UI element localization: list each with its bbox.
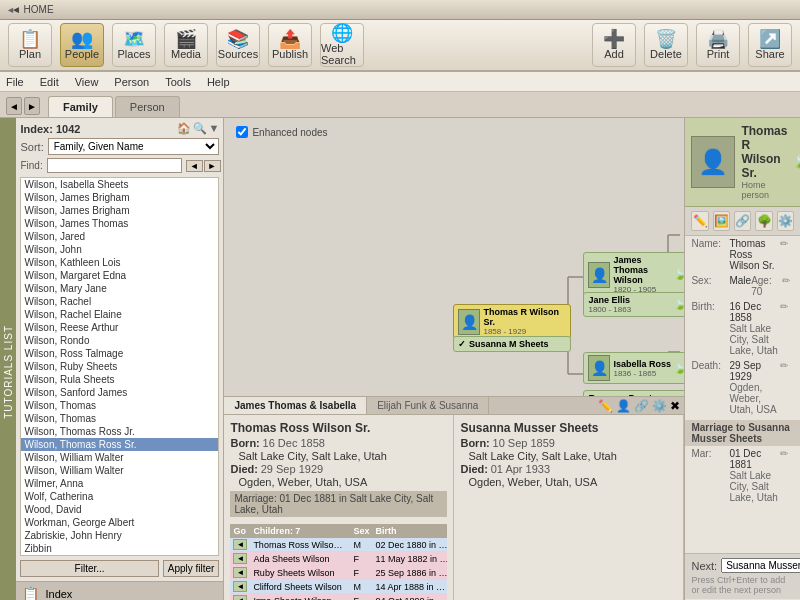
list-item[interactable]: Wilson, Ross Talmage <box>21 347 218 360</box>
go-cell[interactable]: ◄ <box>230 552 250 566</box>
index-nav-item[interactable]: 📋 Index <box>16 582 223 600</box>
add-button[interactable]: ➕ Add <box>592 23 636 67</box>
go-button[interactable]: ◄ <box>233 567 247 578</box>
tab-next-arrow[interactable]: ► <box>24 97 40 115</box>
photo-action-icon[interactable]: 🖼️ <box>713 211 730 231</box>
filter-button[interactable]: Filter... <box>20 560 158 577</box>
list-item[interactable]: Wilson, John <box>21 243 218 256</box>
info-merge-icon[interactable]: 🔗 <box>634 399 649 413</box>
death-edit-icon[interactable]: ✏ <box>780 360 794 371</box>
list-item[interactable]: Wilson, Mary Jane <box>21 282 218 295</box>
person-box-jane-ellis[interactable]: Jane Ellis 1800 - 1863 🍃 <box>583 292 684 317</box>
person-box-james-thomas[interactable]: 👤 James Thomas Wilson 1820 - 1905 🍃 <box>583 252 684 297</box>
name-field-label: Name: <box>691 238 729 249</box>
edit-action-icon[interactable]: ✏️ <box>691 211 708 231</box>
list-item[interactable]: Wilson, Rondo <box>21 334 218 347</box>
share-button[interactable]: ↗️ Share <box>748 23 792 67</box>
mar-edit-icon[interactable]: ✏ <box>780 448 794 459</box>
info-person1-icon[interactable]: 👤 <box>616 399 631 413</box>
list-item[interactable]: Wilson, Thomas <box>21 412 218 425</box>
list-item[interactable]: Wilson, James Brigham <box>21 204 218 217</box>
list-item[interactable]: Wilson, Thomas Ross Jr. <box>21 425 218 438</box>
delete-button[interactable]: 🗑️ Delete <box>644 23 688 67</box>
person-box-susanna[interactable]: ✓ Susanna M Sheets <box>453 336 571 352</box>
info-edit-icon[interactable]: ✏️ <box>598 399 613 413</box>
birth-edit-icon[interactable]: ✏ <box>780 301 794 312</box>
go-cell[interactable]: ◄ <box>230 538 250 552</box>
media-button[interactable]: 🎬 Media <box>164 23 208 67</box>
menu-help[interactable]: Help <box>207 76 230 88</box>
find-next[interactable]: ► <box>204 160 221 172</box>
find-prev[interactable]: ◄ <box>186 160 203 172</box>
list-item[interactable]: Zibbin <box>21 542 218 555</box>
people-button[interactable]: 👥 People <box>60 23 104 67</box>
index-search-icon[interactable]: 🔍 <box>193 122 207 135</box>
info-close-icon[interactable]: ✖ <box>670 399 680 413</box>
table-row: ◄ Ada Sheets Wilson F 11 May 1882 in Sal… <box>230 552 447 566</box>
list-item[interactable]: Wilson, James Thomas <box>21 217 218 230</box>
list-item[interactable]: Wilson, James Brigham <box>21 191 218 204</box>
apply-filter-button[interactable]: Apply filter <box>163 560 220 577</box>
menu-tools[interactable]: Tools <box>165 76 191 88</box>
go-cell[interactable]: ◄ <box>230 594 250 601</box>
info-options-icon[interactable]: ⚙️ <box>652 399 667 413</box>
go-button[interactable]: ◄ <box>233 553 247 564</box>
enhanced-nodes-checkbox[interactable] <box>236 126 248 138</box>
web-search-button[interactable]: 🌐 Web Search <box>320 23 364 67</box>
index-home-icon[interactable]: 🏠 <box>177 122 191 135</box>
list-item[interactable]: Wilson, Kathleen Lois <box>21 256 218 269</box>
sex-edit-icon[interactable]: ✏ <box>782 275 794 286</box>
sort-select[interactable]: Family, Given Name <box>48 138 220 155</box>
tree-action-icon[interactable]: 🌳 <box>755 211 772 231</box>
list-item[interactable]: Wilson, William Walter <box>21 451 218 464</box>
tab-prev-arrow[interactable]: ◄ <box>6 97 22 115</box>
list-item[interactable]: Wilson, William Walter <box>21 464 218 477</box>
go-button[interactable]: ◄ <box>233 595 247 600</box>
list-item[interactable]: Wolf, Catherina <box>21 490 218 503</box>
plan-button[interactable]: 📋 Plan <box>8 23 52 67</box>
menu-view[interactable]: View <box>75 76 99 88</box>
options-action-icon[interactable]: ⚙️ <box>777 211 794 231</box>
list-item[interactable]: Wilson, Reese Arthur <box>21 321 218 334</box>
list-item[interactable]: Wilson, Isabella Sheets <box>21 178 218 191</box>
tab-person[interactable]: Person <box>115 96 180 117</box>
name-edit-icon[interactable]: ✏ <box>780 238 794 249</box>
plan-label: Plan <box>19 48 41 60</box>
info-tab-1[interactable]: James Thomas & Isabella <box>224 397 367 414</box>
list-item[interactable]: Wilson, Thomas <box>21 399 218 412</box>
list-item[interactable]: Wilson, Thomas Ross Sr. <box>21 438 218 451</box>
person-box-rossana[interactable]: Rossana Prunta 1800 - 1847 🍃 <box>583 390 684 396</box>
sources-button[interactable]: 📚 Sources <box>216 23 260 67</box>
list-item[interactable]: Wilmer, Anna <box>21 477 218 490</box>
go-button[interactable]: ◄ <box>233 581 247 592</box>
list-item[interactable]: Wilson, Ruby Sheets <box>21 360 218 373</box>
go-button[interactable]: ◄ <box>233 539 247 550</box>
next-person-select[interactable]: Susanna Musser Sheets <box>721 558 800 573</box>
go-cell[interactable]: ◄ <box>230 580 250 594</box>
person-box-isabella-ross[interactable]: 👤 Isabella Ross 1836 - 1865 🍃 <box>583 352 684 384</box>
menu-edit[interactable]: Edit <box>40 76 59 88</box>
menu-person[interactable]: Person <box>114 76 149 88</box>
person-box-thomas-r-wilson[interactable]: 👤 Thomas R Wilson Sr. 1858 - 1929 <box>453 304 571 339</box>
list-item[interactable]: Wilson, Sanford James <box>21 386 218 399</box>
list-item[interactable]: Wilson, Margaret Edna <box>21 269 218 282</box>
link-action-icon[interactable]: 🔗 <box>734 211 751 231</box>
list-item[interactable]: Wilson, Jared <box>21 230 218 243</box>
list-item[interactable]: Wilson, Rula Sheets <box>21 373 218 386</box>
go-cell[interactable]: ◄ <box>230 566 250 580</box>
index-menu-icon[interactable]: ▼ <box>209 122 220 135</box>
publish-button[interactable]: 📤 Publish <box>268 23 312 67</box>
list-item[interactable]: Workman, George Albert <box>21 516 218 529</box>
tutorials-list-panel[interactable]: TUTORIALS LIST <box>0 118 16 600</box>
home-label[interactable]: ◄ HOME <box>11 4 54 15</box>
tab-family[interactable]: Family <box>48 96 113 117</box>
find-input[interactable] <box>47 158 182 173</box>
menu-file[interactable]: File <box>6 76 24 88</box>
list-item[interactable]: Wilson, Rachel Elaine <box>21 308 218 321</box>
list-item[interactable]: Zabriskie, John Henry <box>21 529 218 542</box>
places-button[interactable]: 🗺️ Places <box>112 23 156 67</box>
info-tab-2[interactable]: Elijah Funk & Susanna <box>367 397 489 414</box>
list-item[interactable]: Wood, David <box>21 503 218 516</box>
print-button[interactable]: 🖨️ Print <box>696 23 740 67</box>
list-item[interactable]: Wilson, Rachel <box>21 295 218 308</box>
